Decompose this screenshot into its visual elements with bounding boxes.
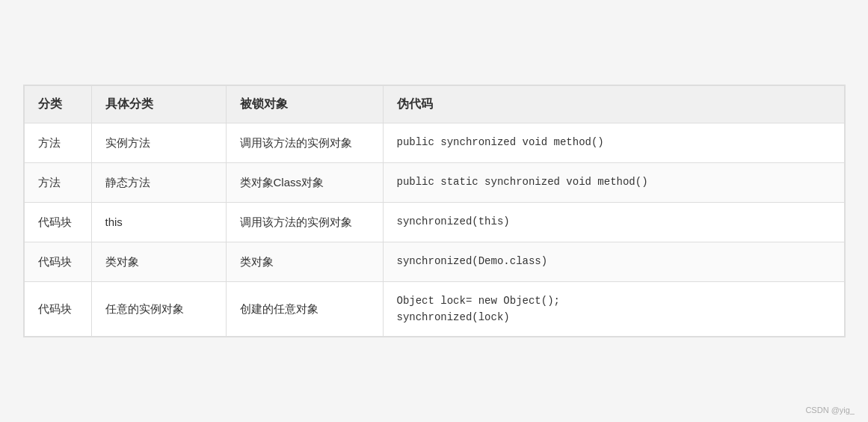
watermark: CSDN @yig_ xyxy=(805,406,855,415)
header-code: 伪代码 xyxy=(383,85,844,123)
cell-type: 方法 xyxy=(24,123,91,162)
cell-type: 代码块 xyxy=(24,281,91,337)
cell-specific: 实例方法 xyxy=(91,123,226,162)
cell-code: synchronized(this) xyxy=(383,202,844,242)
header-target: 被锁对象 xyxy=(226,85,383,123)
cell-target: 类对象Class对象 xyxy=(226,162,383,202)
table-row: 方法实例方法调用该方法的实例对象public synchronized void… xyxy=(24,123,844,162)
header-type: 分类 xyxy=(24,85,91,123)
cell-specific: this xyxy=(91,202,226,242)
cell-specific: 静态方法 xyxy=(91,162,226,202)
cell-target: 类对象 xyxy=(226,242,383,281)
cell-target: 调用该方法的实例对象 xyxy=(226,123,383,162)
cell-code: synchronized(Demo.class) xyxy=(383,242,844,281)
cell-target: 调用该方法的实例对象 xyxy=(226,202,383,242)
cell-target: 创建的任意对象 xyxy=(226,281,383,337)
table-row: 代码块this调用该方法的实例对象synchronized(this) xyxy=(24,202,844,242)
cell-type: 方法 xyxy=(24,162,91,202)
header-specific: 具体分类 xyxy=(91,85,226,123)
table-header-row: 分类 具体分类 被锁对象 伪代码 xyxy=(24,85,844,123)
cell-code: public synchronized void method() xyxy=(383,123,844,162)
cell-type: 代码块 xyxy=(24,242,91,281)
cell-specific: 类对象 xyxy=(91,242,226,281)
synchronized-table: 分类 具体分类 被锁对象 伪代码 方法实例方法调用该方法的实例对象public … xyxy=(23,85,846,338)
cell-code: public static synchronized void method() xyxy=(383,162,844,202)
cell-specific: 任意的实例对象 xyxy=(91,281,226,337)
table-row: 方法静态方法类对象Class对象public static synchroniz… xyxy=(24,162,844,202)
table-row: 代码块类对象类对象synchronized(Demo.class) xyxy=(24,242,844,281)
table-row: 代码块任意的实例对象创建的任意对象Object lock= new Object… xyxy=(24,281,844,337)
cell-code: Object lock= new Object();synchronized(l… xyxy=(383,281,844,337)
cell-type: 代码块 xyxy=(24,202,91,242)
